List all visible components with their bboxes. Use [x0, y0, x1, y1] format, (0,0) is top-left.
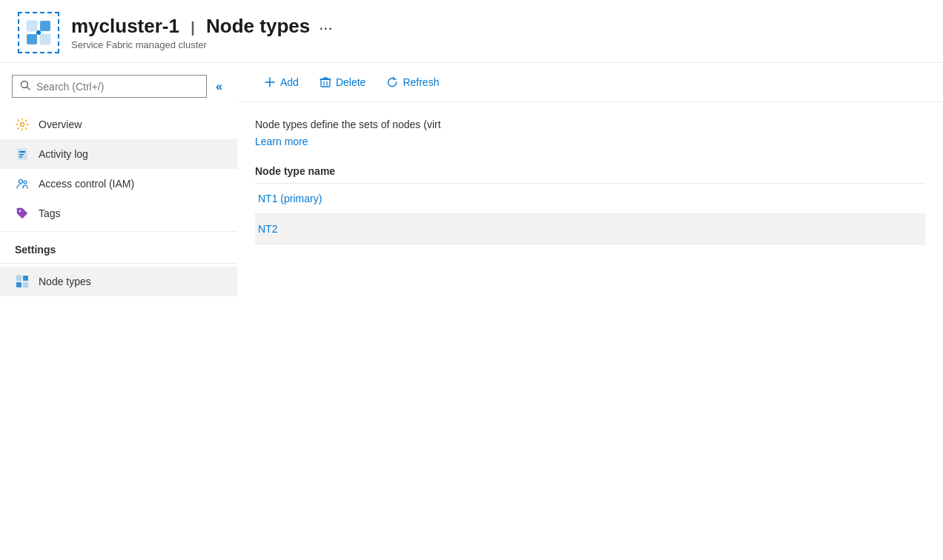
cluster-icon [25, 19, 52, 46]
page-container: mycluster-1 | Node types Service Fabric … [0, 0, 943, 560]
svg-rect-9 [19, 154, 24, 156]
svg-rect-0 [27, 21, 37, 31]
sidebar-item-activity-log[interactable]: Activity log [0, 139, 237, 169]
main-content: « Overview [0, 63, 943, 560]
add-button[interactable]: Add [255, 72, 308, 93]
settings-section-label: Settings [0, 235, 237, 260]
svg-rect-14 [16, 276, 21, 281]
svg-rect-1 [40, 21, 50, 31]
learn-more-link[interactable]: Learn more [255, 136, 308, 147]
refresh-label: Refresh [403, 76, 439, 88]
delete-button[interactable]: Delete [311, 72, 374, 93]
svg-point-4 [36, 30, 41, 35]
settings-under-divider [0, 263, 237, 264]
sidebar-item-label-tags: Tags [39, 207, 61, 219]
sidebar-item-label-node-types: Node types [39, 276, 91, 287]
svg-rect-17 [23, 282, 28, 287]
refresh-icon [386, 76, 398, 88]
sidebar-item-access-control[interactable]: Access control (IAM) [0, 169, 237, 199]
table-section: Node type name NT1 (primary) NT2 [255, 165, 925, 244]
svg-rect-15 [23, 276, 28, 281]
node-type-nt2-link[interactable]: NT2 [255, 223, 280, 235]
search-input-wrapper[interactable] [12, 75, 207, 98]
right-panel: Add Delete [237, 63, 943, 560]
cluster-name: mycluster-1 [71, 15, 179, 37]
resource-type-label: Service Fabric managed cluster [71, 39, 310, 50]
svg-point-13 [19, 210, 21, 212]
toolbar: Add Delete [237, 63, 943, 102]
svg-line-6 [27, 87, 30, 90]
sidebar-item-label-access-control: Access control (IAM) [39, 178, 134, 190]
sidebar: « Overview [0, 63, 237, 560]
sidebar-item-overview[interactable]: Overview [0, 110, 237, 139]
svg-rect-2 [27, 34, 37, 44]
svg-point-11 [19, 180, 23, 184]
search-icon [20, 80, 30, 93]
settings-divider [0, 231, 237, 232]
table-header-row: Node type name [255, 165, 925, 184]
collapse-button[interactable]: « [213, 77, 225, 96]
cluster-icon-wrapper [18, 12, 59, 53]
description-text: Node types define the sets of nodes (vir… [255, 117, 925, 133]
svg-rect-8 [19, 151, 25, 153]
delete-label: Delete [336, 76, 365, 88]
svg-point-12 [24, 181, 27, 184]
add-icon [264, 76, 276, 88]
sidebar-item-tags[interactable]: Tags [0, 199, 237, 228]
activity-log-icon [15, 147, 30, 161]
section-name: Node types [206, 15, 310, 37]
node-types-icon [15, 274, 30, 289]
refresh-button[interactable]: Refresh [377, 72, 448, 93]
svg-rect-20 [321, 79, 330, 87]
search-input[interactable] [36, 81, 199, 93]
add-label: Add [280, 76, 299, 88]
more-options-button[interactable]: ... [319, 15, 332, 34]
svg-rect-16 [16, 282, 21, 287]
svg-rect-10 [19, 156, 22, 158]
access-control-icon [15, 176, 30, 191]
header-text-group: mycluster-1 | Node types Service Fabric … [71, 15, 310, 50]
title-separator: | [191, 19, 195, 36]
overview-icon [15, 117, 30, 132]
panel-content: Node types define the sets of nodes (vir… [237, 102, 943, 560]
page-header: mycluster-1 | Node types Service Fabric … [0, 0, 943, 63]
svg-rect-3 [40, 34, 50, 44]
delete-icon [320, 76, 331, 88]
node-type-nt1-link[interactable]: NT1 (primary) [255, 193, 325, 204]
tags-icon [15, 206, 30, 221]
search-bar: « [12, 75, 225, 98]
table-row[interactable]: NT2 [255, 214, 925, 244]
page-title: mycluster-1 | Node types [71, 15, 310, 38]
sidebar-item-label-activity-log: Activity log [39, 148, 88, 160]
table-row[interactable]: NT1 (primary) [255, 184, 925, 214]
sidebar-item-node-types[interactable]: Node types [0, 267, 237, 296]
sidebar-item-label-overview: Overview [39, 119, 82, 130]
column-header-node-type-name: Node type name [255, 159, 335, 183]
